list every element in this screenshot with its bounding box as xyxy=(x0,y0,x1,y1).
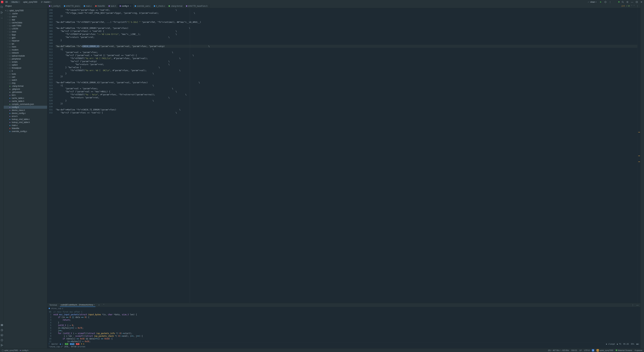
minimap[interactable] xyxy=(637,8,640,303)
code-editor[interactable]: 2982993003013023033043053063073083093103… xyxy=(47,8,640,303)
tree-item[interactable]: ›▢zlog xyxy=(4,82,47,85)
tree-item[interactable]: ▢modem xyxy=(4,48,47,51)
terminal-dropdown-button[interactable]: ˅ xyxy=(103,303,105,307)
run-button[interactable] xyxy=(599,1,602,4)
tree-item[interactable]: ›▢network xyxy=(4,51,47,54)
tree-item[interactable]: ●Makefile xyxy=(4,127,47,130)
tree-item[interactable]: ›▢cJSON xyxy=(4,27,47,30)
vcs-status[interactable]: clean▾ xyxy=(586,1,598,4)
timeline-button[interactable] xyxy=(1,329,3,332)
new-terminal-button[interactable]: + xyxy=(98,303,100,307)
tree-item[interactable]: ›▢gpio xyxy=(4,36,47,39)
editor-tab[interactable]: config.h× xyxy=(118,4,133,8)
tree-item[interactable]: ●device_class.h xyxy=(4,109,47,112)
editor-tab[interactable]: task.h xyxy=(107,4,118,8)
tree-item[interactable]: ●bit.h xyxy=(4,94,47,97)
tree-item[interactable]: ›▢cache2data xyxy=(4,21,47,24)
tree-item[interactable]: ›▢optical-module xyxy=(4,54,47,57)
settings-button[interactable] xyxy=(626,1,629,4)
tp-indicator[interactable]: TPuplat_zynq7000 xyxy=(596,349,613,351)
terminal-hide-button[interactable]: — xyxy=(636,303,639,306)
encoding[interactable]: UTF-8 xyxy=(584,349,590,351)
more-tools-button[interactable]: ⋯ xyxy=(0,17,3,20)
close-button[interactable]: ✕ xyxy=(640,1,643,4)
tree-item[interactable]: ●.clang-format xyxy=(4,85,47,88)
tree-item[interactable]: ●lookup_cmd_table.c xyxy=(4,118,47,121)
close-icon[interactable]: × xyxy=(94,304,95,306)
tree-item[interactable]: ●lookup_cmd_table.h xyxy=(4,121,47,124)
debug-button[interactable] xyxy=(604,1,607,4)
editor-tab[interactable]: .clang-format xyxy=(167,4,184,8)
tree-item[interactable]: ●error.h xyxy=(4,115,47,118)
tree-item[interactable]: ●cache_table.c xyxy=(4,97,47,100)
tree-item[interactable]: ›▢peripheral xyxy=(4,57,47,60)
os-indicator[interactable]: Ubuntu▾ xyxy=(10,1,20,4)
tree-item[interactable]: ›▢watch xyxy=(4,79,47,82)
inspection-down-button[interactable]: ˅ xyxy=(634,5,634,7)
tree-item[interactable]: ›▢scripts xyxy=(4,60,47,64)
tree-item[interactable]: ›▢fpga xyxy=(4,33,47,36)
tree-item[interactable]: ›▢ti xyxy=(4,70,47,73)
main-menu-button[interactable] xyxy=(5,1,8,4)
tree-item[interactable]: ›▢.cache xyxy=(4,12,47,15)
tree-item[interactable]: ▾▢uplat_zynq7000 xyxy=(4,9,47,12)
line-ending[interactable]: LF xyxy=(580,349,582,351)
terminal-tool-button[interactable] xyxy=(1,334,3,337)
tree-item[interactable]: ›▢uart xyxy=(4,76,47,79)
more-button[interactable]: ⋮ xyxy=(608,1,612,4)
project-tool-button[interactable] xyxy=(0,5,3,8)
tree-item[interactable]: ›▢iniparser xyxy=(4,39,47,42)
maximize-button[interactable] xyxy=(635,1,638,4)
code-content[interactable]: "fn">assert("param">fpga == "num">0); \ … xyxy=(54,8,637,303)
tree-item[interactable]: ›▢cafe7769d xyxy=(4,24,47,27)
tree-item[interactable]: ●.gitignore xyxy=(4,88,47,91)
bookmarks-button[interactable] xyxy=(1,324,3,327)
tree-item[interactable]: ›▢mem xyxy=(4,45,47,48)
theme-indicator[interactable]: Material Oceanic xyxy=(616,349,632,351)
vim-indicator[interactable]: V xyxy=(592,349,594,351)
tree-item[interactable]: ›▢alarm xyxy=(4,15,47,18)
tree-item[interactable]: ›▢tools xyxy=(4,73,47,76)
tree-item[interactable]: ›▢sqlite3 xyxy=(4,64,47,67)
tree-item[interactable]: ●cache_table.h xyxy=(4,100,47,103)
editor-tab[interactable]: tiAfe77D_jesd.c xyxy=(62,4,82,8)
editor-tab[interactable]: Makefile xyxy=(94,4,107,8)
minimize-button[interactable]: — xyxy=(630,1,634,4)
breadcrumb[interactable]: ▢uplat_zynq7000 › ●config.h xyxy=(2,349,28,351)
inspection-ok[interactable]: ✓ 22 xyxy=(626,5,630,7)
tree-item[interactable]: ●main.c xyxy=(4,124,47,127)
problems-button[interactable] xyxy=(1,339,3,342)
editor-tab[interactable]: tiAfe77D_baseFunc.h xyxy=(184,4,209,8)
vcs-tool-button[interactable] xyxy=(1,344,3,347)
tree-item[interactable]: ●override_config.c xyxy=(4,130,47,133)
project-tree[interactable]: ▾▢uplat_zynq7000›▢.cache›▢alarm›▢app›▢ca… xyxy=(4,9,47,348)
caret-position[interactable]: 310:21 xyxy=(571,349,577,351)
search-button[interactable] xyxy=(621,1,624,4)
terminal-session-tab[interactable]: code@CodeMachi...0/network/china × xyxy=(60,303,95,307)
tree-item[interactable]: ›▢app xyxy=(4,18,47,21)
terminal-tab[interactable]: Terminal xyxy=(49,303,58,307)
inspection-up-button[interactable]: ˄ xyxy=(631,5,632,7)
terminal-code[interactable]: // recv first esc after {void esc_input_… xyxy=(52,310,640,342)
tree-item[interactable]: ●compile_commands.json xyxy=(4,103,47,106)
status-bar: ▢uplat_zynq7000 › ●config.h (D) ↑ 407 B/… xyxy=(0,348,644,352)
tree-item[interactable]: ›▢clock xyxy=(4,30,47,33)
term-pos: 95:26 xyxy=(623,343,629,345)
tabs-more-button[interactable]: ⋮ xyxy=(636,5,639,8)
structure-tool-button[interactable] xyxy=(0,11,3,14)
close-icon[interactable]: × xyxy=(130,5,131,7)
indent-indicator[interactable]: 4 spaces xyxy=(634,349,642,351)
editor-tab[interactable]: ti_config.h xyxy=(47,4,62,8)
terminal-more-button[interactable]: ⋮ xyxy=(631,303,634,306)
project-name-button[interactable]: uplat_zynq7000 xyxy=(22,1,38,4)
editor-tab[interactable]: override_uart.c xyxy=(133,4,152,8)
tree-item[interactable]: ›▢ipc xyxy=(4,42,47,45)
tree-item[interactable]: ●config.h xyxy=(4,106,47,109)
tree-item[interactable]: ●device_config.c xyxy=(4,112,47,115)
tree-item[interactable]: ›▢threadpool xyxy=(4,67,47,70)
tree-item[interactable]: ●.gitmodules xyxy=(4,91,47,94)
vcs-branch-button[interactable]: master▾ xyxy=(40,1,52,4)
editor-tab[interactable]: main.c xyxy=(82,4,94,8)
inspection-warnings[interactable]: ⚠ 4 xyxy=(621,5,624,7)
editor-tab[interactable]: ti_check.c xyxy=(152,4,167,8)
